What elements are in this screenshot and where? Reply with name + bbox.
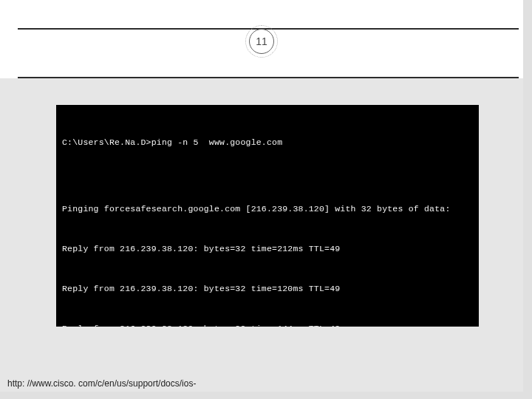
slide-body: C:\Users\Re.Na.D>ping -n 5 www.google.co… xyxy=(0,78,523,392)
terminal-line: Reply from 216.239.38.120: bytes=32 time… xyxy=(62,242,473,256)
page-number-badge: 11 xyxy=(249,29,274,54)
footer-url: http: //www.cisco. com/c/en/us/support/d… xyxy=(7,378,196,389)
terminal-line: C:\Users\Re.Na.D>ping -n 5 www.google.co… xyxy=(62,136,473,149)
terminal-line: Reply from 216.239.38.120: bytes=32 time… xyxy=(62,282,473,296)
slide: 11 C:\Users\Re.Na.D>ping -n 5 www.google… xyxy=(0,0,523,392)
page-number: 11 xyxy=(256,35,267,47)
command-prompt-screenshot: C:\Users\Re.Na.D>ping -n 5 www.google.co… xyxy=(56,105,479,327)
terminal-line: Pinging forcesafesearch.google.com [216.… xyxy=(62,202,473,216)
terminal-line: Reply from 216.239.38.120: bytes=32 time… xyxy=(62,322,473,327)
slide-header-band: 11 xyxy=(0,0,523,78)
